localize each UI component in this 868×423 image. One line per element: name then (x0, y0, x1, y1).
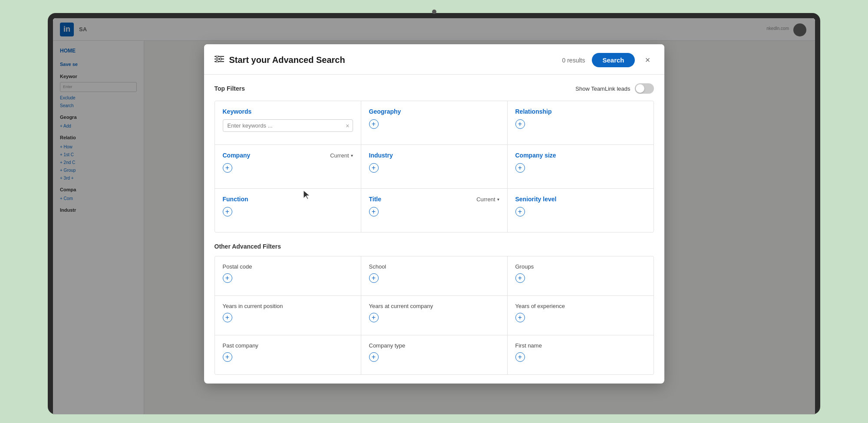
filter-icon (215, 56, 224, 65)
modal-header-left: Start your Advanced Search (215, 55, 345, 65)
svg-point-4 (219, 58, 221, 60)
past-company-title: Past company (223, 342, 353, 349)
modal-header: Start your Advanced Search 0 results Sea… (204, 44, 664, 75)
first-name-title: First name (515, 342, 646, 349)
keywords-input[interactable] (223, 119, 353, 132)
laptop-screen: in SA nkedIn.com HOME Save se Keywor Ent… (53, 18, 815, 414)
top-filters-grid: Keywords × Geography + (215, 101, 654, 233)
modal-title: Start your Advanced Search (229, 55, 345, 65)
school-cell: School + (361, 256, 507, 295)
postal-code-title: Postal code (223, 263, 353, 270)
function-add-button[interactable]: + (223, 207, 232, 216)
keywords-clear-button[interactable]: × (346, 122, 349, 129)
seniority-add-button[interactable]: + (515, 207, 525, 216)
keywords-title: Keywords (223, 108, 353, 115)
modal-overlay: Start your Advanced Search 0 results Sea… (53, 18, 815, 414)
first-name-cell: First name + (508, 335, 653, 374)
title-filter-title: Title Current ▾ (369, 196, 499, 203)
other-filters-grid: Postal code + School + Groups + (215, 256, 654, 375)
modal-body: Top Filters Show TeamLink leads Keywords (204, 75, 664, 384)
company-filter-cell: Company Current ▾ + (215, 145, 361, 188)
seniority-filter-cell: Seniority level + (508, 189, 653, 232)
years-current-company-add-button[interactable]: + (369, 313, 379, 322)
results-count: 0 results (562, 57, 585, 64)
title-current-badge[interactable]: Current ▾ (476, 196, 499, 203)
top-filters-header: Top Filters Show TeamLink leads (215, 83, 654, 94)
teamlink-toggle[interactable]: Show TeamLink leads (575, 83, 653, 94)
keywords-filter-cell: Keywords × (215, 101, 361, 144)
relationship-title: Relationship (515, 108, 646, 115)
title-add-button[interactable]: + (369, 207, 379, 216)
groups-add-button[interactable]: + (515, 273, 525, 283)
relationship-add-button[interactable]: + (515, 119, 525, 129)
company-type-cell: Company type + (361, 335, 507, 374)
laptop-frame: in SA nkedIn.com HOME Save se Keywor Ent… (48, 13, 820, 414)
postal-code-add-button[interactable]: + (223, 273, 232, 283)
top-filters-label: Top Filters (215, 85, 245, 92)
company-size-filter-cell: Company size + (508, 145, 653, 188)
company-size-title: Company size (515, 152, 646, 159)
search-button[interactable]: Search (592, 53, 634, 67)
school-title: School (369, 263, 499, 270)
svg-point-5 (216, 61, 218, 63)
groups-title: Groups (515, 263, 646, 270)
close-button[interactable]: × (642, 54, 654, 66)
geography-title: Geography (369, 108, 499, 115)
geography-filter-cell: Geography + (361, 101, 507, 144)
company-size-add-button[interactable]: + (515, 163, 525, 173)
company-title: Company Current ▾ (223, 152, 353, 159)
function-filter-cell: Function + (215, 189, 361, 232)
years-experience-title: Years of experience (515, 303, 646, 309)
past-company-add-button[interactable]: + (223, 352, 232, 362)
industry-add-button[interactable]: + (369, 163, 379, 173)
company-current-badge[interactable]: Current ▾ (330, 152, 353, 159)
relationship-filter-cell: Relationship + (508, 101, 653, 144)
years-experience-cell: Years of experience + (508, 296, 653, 335)
keywords-input-wrapper: × (223, 119, 353, 132)
years-current-company-title: Years at current company (369, 303, 499, 309)
postal-code-cell: Postal code + (215, 256, 361, 295)
camera-dot (432, 10, 436, 14)
industry-filter-cell: Industry + (361, 145, 507, 188)
other-filters-label: Other Advanced Filters (215, 243, 654, 250)
years-current-position-title: Years in current position (223, 303, 353, 309)
svg-point-3 (216, 56, 218, 58)
title-chevron-icon: ▾ (497, 197, 499, 202)
teamlink-label: Show TeamLink leads (575, 85, 630, 92)
modal-header-right: 0 results Search × (562, 53, 654, 67)
company-type-add-button[interactable]: + (369, 352, 379, 362)
teamlink-switch[interactable] (635, 83, 654, 94)
company-type-title: Company type (369, 342, 499, 349)
years-current-company-cell: Years at current company + (361, 296, 507, 335)
seniority-title: Seniority level (515, 196, 646, 203)
geography-add-button[interactable]: + (369, 119, 379, 129)
company-chevron-icon: ▾ (351, 153, 353, 158)
first-name-add-button[interactable]: + (515, 352, 525, 362)
past-company-cell: Past company + (215, 335, 361, 374)
title-filter-cell: Title Current ▾ + (361, 189, 507, 232)
years-experience-add-button[interactable]: + (515, 313, 525, 322)
advanced-search-modal: Start your Advanced Search 0 results Sea… (204, 44, 664, 384)
school-add-button[interactable]: + (369, 273, 379, 283)
years-current-position-cell: Years in current position + (215, 296, 361, 335)
groups-cell: Groups + (508, 256, 653, 295)
industry-title: Industry (369, 152, 499, 159)
company-add-button[interactable]: + (223, 163, 232, 173)
years-current-position-add-button[interactable]: + (223, 313, 232, 322)
function-title: Function (223, 196, 353, 203)
